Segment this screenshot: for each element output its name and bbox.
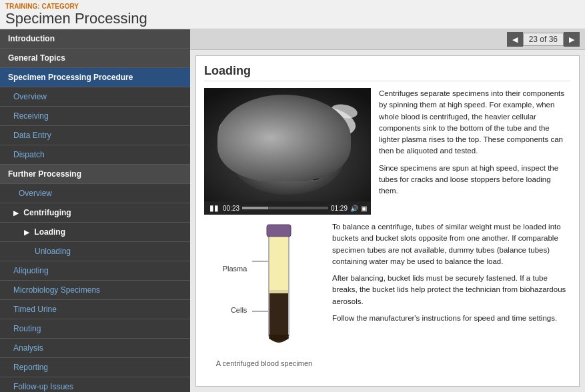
next-button[interactable]: ▶ bbox=[564, 32, 580, 47]
svg-point-2 bbox=[274, 145, 301, 171]
content-area: ◀ 23 of 36 ▶ Loading bbox=[190, 29, 585, 392]
sidebar-item-overview-1[interactable]: Overview bbox=[0, 87, 190, 107]
sidebar-item-unloading[interactable]: Unloading bbox=[0, 242, 190, 261]
time-current: 00:23 bbox=[223, 205, 239, 212]
specimen-image-block: Plasma Cells bbox=[204, 221, 324, 367]
nav-counter: 23 of 36 bbox=[523, 33, 564, 46]
fullscreen-icon[interactable]: ▣ bbox=[361, 205, 367, 212]
content-body: ▮▮ 00:23 01:29 🔊 ▣ Centrif bbox=[204, 88, 571, 367]
svg-point-7 bbox=[309, 139, 320, 150]
image-caption: A centrifuged blood specimen bbox=[204, 359, 324, 367]
image-text-row: Plasma Cells bbox=[204, 221, 571, 367]
svg-rect-16 bbox=[267, 225, 291, 237]
tree-arrow-centrifuging: ▶ bbox=[13, 209, 19, 217]
sidebar-item-routing[interactable]: Routing bbox=[0, 319, 190, 339]
sidebar-item-centrifuging[interactable]: ▶ Centrifuging bbox=[0, 203, 190, 223]
prev-button[interactable]: ◀ bbox=[507, 32, 523, 47]
sidebar-item-further-processing[interactable]: Further Processing bbox=[0, 165, 190, 184]
svg-point-11 bbox=[309, 166, 320, 177]
sidebar-item-microbiology-specimens[interactable]: Microbiology Specimens bbox=[0, 281, 190, 300]
nav-bar: ◀ 23 of 36 ▶ bbox=[190, 29, 585, 50]
paragraph-3: To balance a centrifuge, tubes of simila… bbox=[332, 221, 571, 267]
progress-bar[interactable] bbox=[242, 207, 328, 209]
video-controls: ▮▮ 00:23 01:29 🔊 ▣ bbox=[204, 201, 371, 215]
video-thumbnail[interactable] bbox=[204, 88, 371, 201]
sidebar-item-dispatch[interactable]: Dispatch bbox=[0, 145, 190, 165]
content-title: Loading bbox=[204, 64, 571, 81]
svg-point-4 bbox=[251, 135, 270, 154]
sidebar-item-overview-2[interactable]: Overview bbox=[0, 184, 190, 203]
svg-point-6 bbox=[305, 135, 324, 154]
video-block: ▮▮ 00:23 01:29 🔊 ▣ bbox=[204, 88, 371, 215]
category-text: CATEGORY bbox=[41, 3, 79, 10]
sidebar-item-introduction[interactable]: Introduction bbox=[0, 29, 190, 49]
sidebar-item-reporting[interactable]: Reporting bbox=[0, 358, 190, 377]
blood-tube-svg bbox=[252, 221, 306, 355]
sidebar-item-analysis[interactable]: Analysis bbox=[0, 339, 190, 358]
training-label: TRAINING: CATEGORY bbox=[5, 3, 580, 10]
video-text-row: ▮▮ 00:23 01:29 🔊 ▣ Centrif bbox=[204, 88, 571, 215]
sidebar-item-data-entry[interactable]: Data Entry bbox=[0, 126, 190, 145]
paragraph-4: After balancing, bucket lids must be sec… bbox=[332, 273, 571, 307]
page-title: Specimen Processing bbox=[5, 10, 580, 27]
svg-point-1 bbox=[231, 121, 344, 195]
text-paragraphs-3-5: To balance a centrifuge, tubes of simila… bbox=[332, 221, 571, 329]
time-total: 01:29 bbox=[331, 205, 348, 212]
sidebar-item-general-topics[interactable]: General Topics bbox=[0, 49, 190, 68]
svg-point-5 bbox=[255, 139, 266, 150]
content-panel: Loading bbox=[195, 55, 580, 387]
svg-rect-17 bbox=[269, 237, 288, 290]
paragraph-2: Since specimens are spun at high speed, … bbox=[379, 163, 571, 197]
plasma-label: Plasma bbox=[223, 265, 247, 273]
pause-button[interactable]: ▮▮ bbox=[208, 203, 220, 213]
sidebar-item-receiving[interactable]: Receiving bbox=[0, 107, 190, 126]
sidebar-item-loading[interactable]: ▶ Loading bbox=[0, 223, 190, 242]
svg-rect-18 bbox=[269, 290, 288, 293]
sidebar-item-follow-up-issues[interactable]: Follow-up Issues bbox=[0, 377, 190, 392]
progress-fill bbox=[242, 207, 268, 209]
paragraph-5: Follow the manufacturer's instructions f… bbox=[332, 313, 571, 324]
training-text: TRAINING: bbox=[5, 3, 40, 10]
svg-point-9 bbox=[255, 166, 266, 177]
sidebar-item-timed-urine[interactable]: Timed Urine bbox=[0, 300, 190, 319]
text-paragraphs-1-2: Centrifuges separate specimens into thei… bbox=[379, 88, 571, 215]
sidebar-item-aliquoting[interactable]: Aliquoting bbox=[0, 261, 190, 281]
svg-point-3 bbox=[282, 153, 293, 163]
cells-label: Cells bbox=[223, 306, 247, 314]
tree-arrow-loading: ▶ bbox=[24, 229, 29, 236]
header: TRAINING: CATEGORY Specimen Processing bbox=[0, 0, 585, 29]
sidebar: Introduction General Topics Specimen Pro… bbox=[0, 29, 190, 392]
svg-point-8 bbox=[251, 162, 270, 181]
sidebar-item-specimen-processing-procedure[interactable]: Specimen Processing Procedure bbox=[0, 68, 190, 87]
volume-icon[interactable]: 🔊 bbox=[350, 205, 358, 212]
paragraph-1: Centrifuges separate specimens into thei… bbox=[379, 88, 571, 157]
svg-point-10 bbox=[305, 162, 324, 181]
video-image bbox=[204, 88, 371, 201]
svg-rect-19 bbox=[269, 293, 288, 336]
